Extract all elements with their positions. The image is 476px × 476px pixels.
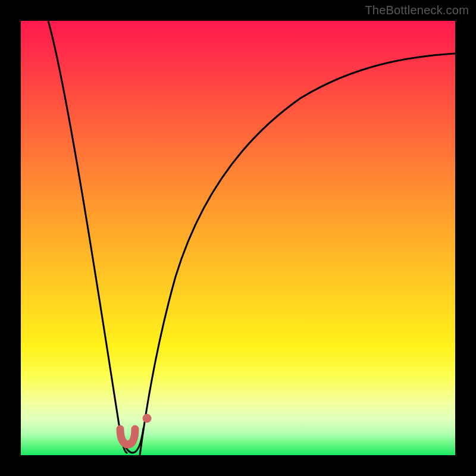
curve-right [140,54,455,455]
marker-u-shape [120,429,135,444]
marker-dot [143,414,152,423]
curves-svg [21,21,455,455]
credit-label: TheBottleneck.com [365,4,469,17]
plot-area [21,21,455,455]
curve-left [48,21,127,453]
chart-frame: TheBottleneck.com [0,0,476,476]
